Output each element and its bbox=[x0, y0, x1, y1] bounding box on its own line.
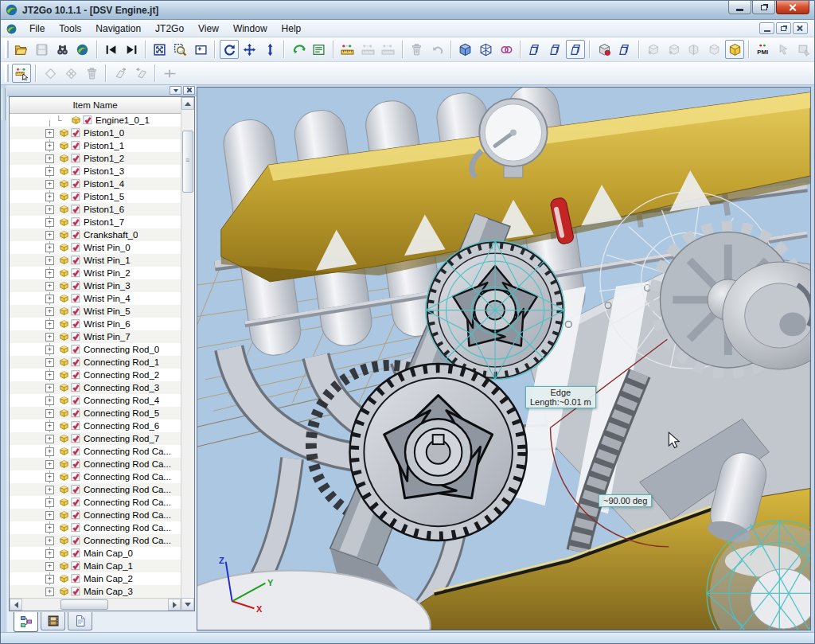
visibility-checkbox-icon[interactable] bbox=[71, 357, 82, 368]
zoom-window-button[interactable] bbox=[191, 40, 210, 59]
texture-toggle-button[interactable] bbox=[595, 40, 614, 59]
wireframe-mode-button[interactable] bbox=[477, 40, 496, 59]
measure-pick-button[interactable] bbox=[12, 64, 31, 83]
tree-item[interactable]: +Connecting Rod Ca... bbox=[10, 458, 181, 470]
compare-button[interactable] bbox=[615, 40, 634, 59]
expander-icon[interactable]: + bbox=[45, 549, 54, 558]
visibility-checkbox-icon[interactable] bbox=[71, 535, 82, 546]
expander-icon[interactable]: + bbox=[45, 473, 54, 482]
model-views-button[interactable] bbox=[310, 40, 329, 59]
menu-help[interactable]: Help bbox=[275, 21, 309, 36]
measure-angle-label[interactable]: ~90.00 deg bbox=[599, 494, 652, 507]
tree-item[interactable]: +Connecting Rod Ca... bbox=[10, 445, 181, 458]
viewport-3d[interactable]: Edge Length:~0.01 m ~90.00 deg Z X Y bbox=[197, 87, 811, 630]
tree-item[interactable]: +Wrist Pin_2 bbox=[10, 267, 181, 279]
tree-item[interactable]: +Connecting Rod Ca... bbox=[10, 534, 181, 547]
visibility-checkbox-icon[interactable] bbox=[71, 255, 82, 266]
panel-dropdown-button[interactable] bbox=[170, 86, 181, 95]
vertical-scroll-thumb[interactable] bbox=[182, 131, 193, 193]
tree-item[interactable]: +Wrist Pin_6 bbox=[10, 318, 181, 330]
scroll-right-button[interactable] bbox=[168, 599, 181, 611]
expander-icon[interactable]: + bbox=[45, 511, 54, 520]
visibility-checkbox-icon[interactable] bbox=[71, 242, 82, 253]
visibility-checkbox-icon[interactable] bbox=[71, 522, 82, 533]
tree-item[interactable]: +Piston1_3 bbox=[10, 165, 181, 178]
visibility-checkbox-icon[interactable] bbox=[71, 178, 82, 189]
tree-item[interactable]: +Connecting Rod Ca... bbox=[10, 509, 181, 521]
tree-item[interactable]: +Wrist Pin_4 bbox=[10, 292, 181, 305]
clip-plane-3-button[interactable] bbox=[566, 40, 585, 59]
expander-icon[interactable]: + bbox=[45, 218, 54, 227]
expander-icon[interactable]: + bbox=[45, 142, 54, 150]
menu-file[interactable]: File bbox=[22, 21, 52, 36]
visibility-checkbox-icon[interactable] bbox=[71, 471, 82, 482]
expander-icon[interactable]: + bbox=[45, 307, 54, 316]
visibility-checkbox-icon[interactable] bbox=[71, 217, 82, 228]
expander-icon[interactable]: + bbox=[45, 562, 54, 571]
structure-tab[interactable] bbox=[14, 612, 38, 632]
visibility-checkbox-icon[interactable] bbox=[71, 293, 82, 304]
clip-plane-1-button[interactable] bbox=[525, 40, 544, 59]
find-button[interactable] bbox=[53, 40, 72, 59]
scroll-left-button[interactable] bbox=[10, 599, 22, 611]
tree-item[interactable]: +Connecting Rod Ca... bbox=[10, 521, 181, 534]
menu-view[interactable]: View bbox=[191, 21, 226, 36]
visibility-checkbox-icon[interactable] bbox=[71, 204, 82, 215]
tree-column-header[interactable]: Item Name bbox=[10, 97, 181, 114]
mdi-minimize-button[interactable] bbox=[759, 22, 774, 34]
next-view-button[interactable] bbox=[122, 40, 141, 59]
visibility-checkbox-icon[interactable] bbox=[71, 408, 82, 419]
expander-icon[interactable]: + bbox=[45, 256, 54, 265]
menu-tools[interactable]: Tools bbox=[52, 21, 88, 36]
tree-item[interactable]: └Engine1_0_1 bbox=[10, 114, 181, 127]
minimize-button[interactable] bbox=[728, 1, 751, 14]
horizontal-scroll-thumb[interactable] bbox=[60, 599, 108, 610]
expander-icon[interactable]: + bbox=[45, 537, 54, 545]
expander-icon[interactable]: + bbox=[45, 333, 54, 342]
visibility-checkbox-icon[interactable] bbox=[71, 586, 82, 597]
tree-item[interactable]: +Wrist Pin_5 bbox=[10, 305, 181, 318]
tree-item[interactable]: +Connecting Rod_4 bbox=[10, 394, 181, 407]
close-button[interactable] bbox=[776, 1, 809, 14]
tree-item[interactable]: +Piston1_7 bbox=[10, 216, 181, 228]
visibility-checkbox-icon[interactable] bbox=[71, 344, 82, 355]
visibility-checkbox-icon[interactable] bbox=[71, 191, 82, 202]
visibility-checkbox-icon[interactable] bbox=[71, 280, 82, 291]
expander-icon[interactable]: + bbox=[45, 320, 54, 329]
animation-tab[interactable] bbox=[41, 612, 65, 630]
visibility-checkbox-icon[interactable] bbox=[71, 433, 82, 444]
expander-icon[interactable]: + bbox=[45, 396, 54, 405]
panel-title-bar[interactable] bbox=[7, 85, 197, 96]
tree-item[interactable]: +Main Cap_1 bbox=[10, 560, 181, 572]
expander-icon[interactable]: + bbox=[45, 575, 54, 584]
visibility-checkbox-icon[interactable] bbox=[83, 115, 94, 126]
visibility-checkbox-icon[interactable] bbox=[71, 420, 82, 431]
pmi-button[interactable]: PMI bbox=[754, 40, 773, 59]
tree-item[interactable]: +Connecting Rod_3 bbox=[10, 381, 181, 394]
expander-icon[interactable]: + bbox=[45, 498, 54, 507]
expander-icon[interactable]: + bbox=[45, 345, 54, 354]
expander-icon[interactable]: + bbox=[45, 447, 54, 456]
visibility-checkbox-icon[interactable] bbox=[71, 497, 82, 508]
tree-item[interactable]: +Piston1_4 bbox=[10, 178, 181, 190]
visibility-checkbox-icon[interactable] bbox=[71, 153, 82, 164]
menu-window[interactable]: Window bbox=[226, 21, 275, 36]
tree-item[interactable]: +Wrist Pin_7 bbox=[10, 330, 181, 343]
expander-icon[interactable]: + bbox=[45, 460, 54, 469]
zoom-button[interactable] bbox=[261, 40, 280, 59]
mdi-close-button[interactable] bbox=[793, 22, 808, 34]
report-tab[interactable] bbox=[68, 612, 92, 630]
expander-icon[interactable]: + bbox=[45, 295, 54, 303]
tree-item[interactable]: +Wrist Pin_1 bbox=[10, 254, 181, 267]
tree-item[interactable]: +Connecting Rod_7 bbox=[10, 432, 181, 445]
rotate-button[interactable] bbox=[220, 40, 239, 59]
tree-item[interactable]: +Main Cap_2 bbox=[10, 572, 181, 585]
menu-jt2go[interactable]: JT2Go bbox=[148, 21, 191, 36]
tree-item[interactable]: +Main Cap_3 bbox=[10, 585, 181, 598]
expander-icon[interactable]: + bbox=[45, 422, 54, 431]
visibility-checkbox-icon[interactable] bbox=[71, 573, 82, 584]
visibility-checkbox-icon[interactable] bbox=[71, 459, 82, 470]
restore-button[interactable] bbox=[752, 1, 775, 14]
expander-icon[interactable]: + bbox=[45, 358, 54, 367]
mdi-restore-button[interactable] bbox=[776, 22, 791, 34]
